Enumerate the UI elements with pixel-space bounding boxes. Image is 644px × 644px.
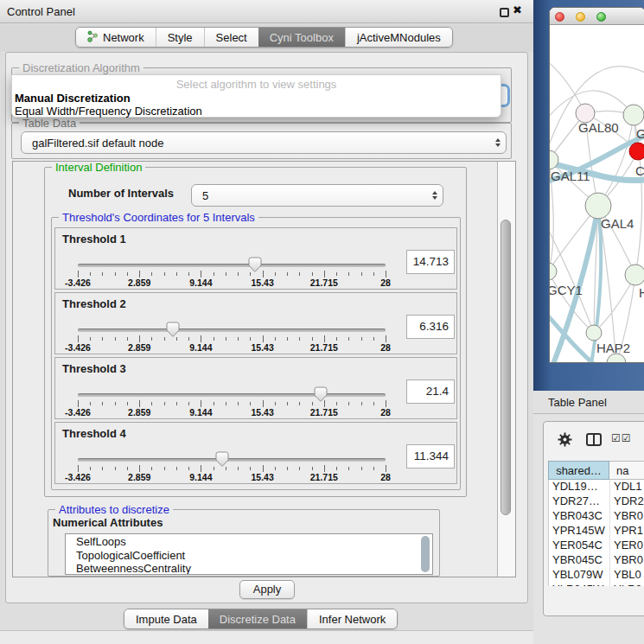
cell-shared-name: YBL079W (549, 568, 610, 583)
network-node-ga[interactable] (623, 105, 644, 125)
tab-label: Cyni Toolbox (270, 31, 334, 44)
table-row[interactable]: YBR045CYBR0 (549, 553, 644, 568)
tab-label: Infer Network (319, 613, 386, 626)
threshold-value-field[interactable]: 21.4 (406, 379, 455, 404)
settings-scroll-area: Interval Definition Number of Intervals … (12, 161, 516, 577)
network-node-hap2[interactable] (586, 325, 602, 341)
apply-button[interactable]: Apply (239, 580, 295, 599)
table-data-combobox[interactable]: galFiltered.sif default node (21, 131, 507, 154)
numerical-attributes-list[interactable]: SelfLoopsTopologicalCoefficientBetweenne… (65, 533, 433, 575)
settings-vertical-scrollbar[interactable] (497, 162, 515, 577)
table-rows: YDL19…YDL1YDR27…YDR2YBR043CYBR0YPR145WYP… (548, 480, 644, 586)
bottom-status-strip (0, 630, 533, 644)
table-row[interactable]: YDR27…YDR2 (549, 494, 644, 509)
column-header-name[interactable]: na (609, 461, 644, 480)
cyni-bottom-tabs: Impute DataDiscretize DataInfer Network (124, 609, 398, 629)
threshold-value-field[interactable]: 11.344 (406, 444, 455, 469)
number-of-intervals-label: Number of Intervals (68, 187, 174, 200)
threshold-label: Threshold 2 (62, 297, 126, 310)
cell-shared-name: YBR045C (549, 553, 610, 568)
combo-arrows-icon (490, 138, 506, 147)
node-label: C (635, 163, 644, 178)
network-canvas[interactable]: GAL80GACGAL11GAL4GCY1HHAP2 (550, 25, 644, 362)
minimize-traffic-light-icon[interactable] (576, 12, 585, 22)
threshold-value-field[interactable]: 6.316 (406, 315, 455, 339)
show-columns-icon[interactable] (586, 433, 602, 449)
table-row[interactable]: YPR145WYPR1 (549, 524, 644, 539)
table-row[interactable]: YLR345WYLR3 (549, 583, 644, 586)
tab-discretize-data[interactable]: Discretize Data (208, 609, 307, 628)
application-root: Control Panel ✖ NetworkStyleSelectCyni T… (0, 0, 644, 644)
network-node-c[interactable] (629, 143, 644, 160)
table-panel-title: Table Panel (548, 396, 607, 409)
slider-track[interactable] (78, 264, 386, 267)
node-label: H (639, 285, 644, 300)
network-node-h[interactable] (625, 265, 644, 285)
tab-label: Style (168, 31, 193, 44)
cell-name: YPR1 (610, 524, 643, 539)
control-panel-titlebar (0, 0, 533, 23)
table-row[interactable]: YBL079WYBL0 (549, 568, 644, 583)
attributes-group-label: Attributes to discretize (55, 503, 173, 516)
network-node-gcy1[interactable] (550, 263, 557, 280)
cell-name: YBR0 (610, 509, 643, 524)
attribute-list-item[interactable]: TopologicalCoefficient (66, 548, 432, 562)
network-window-titlebar[interactable] (550, 8, 644, 25)
discretization-algorithm-label: Discretization Algorithm (19, 61, 143, 74)
close-icon[interactable]: ✖ (513, 3, 522, 16)
node-label: GAL11 (551, 169, 590, 183)
tab-style[interactable]: Style (156, 28, 204, 47)
cell-name: YBL0 (610, 568, 641, 583)
tab-label: Select (216, 31, 247, 44)
tab-cyni-toolbox[interactable]: Cyni Toolbox (258, 28, 345, 47)
tab-label: jActiveMNodules (357, 31, 441, 44)
table-data-value: galFiltered.sif default node (22, 137, 490, 150)
slider-track[interactable] (78, 393, 386, 397)
numerical-attributes-label: Numerical Attributes (53, 516, 163, 529)
zoom-traffic-light-icon[interactable] (596, 12, 606, 22)
slider-tick-labels: -3.4262.8599.14415.4321.71528 (78, 277, 386, 289)
number-of-intervals-value: 5 (192, 189, 427, 202)
algorithm-option[interactable]: Equal Width/Frequency Discretization (15, 105, 202, 118)
threshold-label: Threshold 4 (62, 427, 126, 440)
scrollbar-thumb[interactable] (501, 220, 511, 515)
list-scrollbar[interactable] (421, 536, 430, 572)
threshold-label: Threshold 1 (62, 233, 126, 245)
gear-icon[interactable] (558, 432, 572, 450)
tab-label: Network (103, 31, 144, 44)
cell-name: YER0 (610, 539, 643, 553)
table-row[interactable]: YBR043CYBR0 (549, 509, 644, 524)
tab-infer-network[interactable]: Infer Network (307, 609, 397, 628)
tab-jactivemnodules[interactable]: jActiveMNodules (345, 28, 452, 47)
threshold-value-field[interactable]: 14.713 (406, 250, 455, 274)
float-window-icon[interactable] (500, 8, 509, 17)
algorithm-dropdown-popup: Select algorithm to view settings Manual… (11, 74, 501, 118)
slider-track[interactable] (78, 328, 386, 332)
slider-tick-labels: -3.4262.8599.14415.4321.71528 (78, 407, 386, 418)
threshold-panel: Threshold 4-3.4262.8599.14415.4321.71528… (54, 422, 457, 484)
attribute-list-item[interactable]: SelfLoops (66, 534, 432, 548)
tab-network[interactable]: Network (76, 28, 156, 47)
close-traffic-light-icon[interactable] (555, 12, 564, 22)
tab-impute-data[interactable]: Impute Data (124, 609, 208, 628)
table-row[interactable]: YDL19…YDL1 (549, 480, 644, 494)
node-label: GA (636, 126, 644, 141)
table-row[interactable]: YER054CYER0 (549, 539, 644, 553)
column-header-shared[interactable]: shared… (548, 461, 609, 480)
checkbox-icons[interactable]: ☑☑ (611, 432, 632, 444)
threshold-panel: Threshold 3-3.4262.8599.14415.4321.71528… (54, 357, 457, 419)
slider-track[interactable] (78, 458, 386, 462)
network-node-gal4[interactable] (585, 193, 611, 219)
cell-shared-name: YPR145W (549, 524, 610, 539)
cell-shared-name: YLR345W (549, 583, 610, 586)
algorithm-option[interactable]: Manual Discretization (15, 92, 131, 105)
node-table-panel: ☑☑ shared… na YDL19…YDL1YDR27…YDR2YBR043… (543, 421, 644, 616)
number-of-intervals-combobox[interactable]: 5 (191, 184, 443, 207)
node-label: GAL4 (601, 216, 634, 231)
attribute-list-item[interactable]: BetweennessCentrality (66, 561, 432, 575)
node-label: GCY1 (550, 283, 583, 297)
tab-label: Discretize Data (220, 613, 296, 626)
threshold-label: Threshold 3 (62, 362, 126, 375)
cell-shared-name: YER054C (549, 539, 610, 553)
tab-select[interactable]: Select (204, 28, 258, 47)
